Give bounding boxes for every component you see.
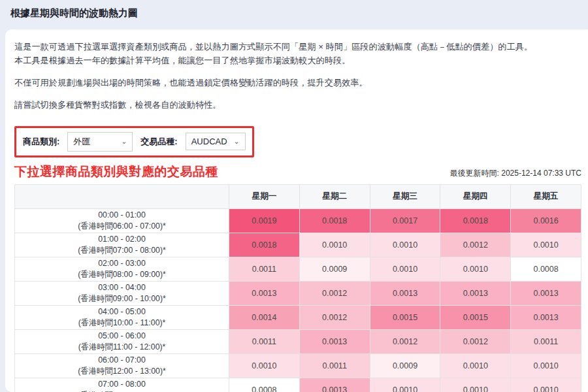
day-header: 星期三 xyxy=(370,184,440,208)
table-meta-row: 下拉選擇商品類別與對應的交易品種 最後更新時間: 2025-12-14 07:3… xyxy=(14,163,581,180)
heatmap-cell: 0.0019 xyxy=(229,208,300,233)
heatmap-cell: 0.0011 xyxy=(511,329,581,353)
time-cell: 05:00 - 06:00(香港時間11:00 - 12:00)* xyxy=(15,329,229,353)
heatmap-cell: 0.0010 xyxy=(229,353,300,378)
time-cell: 00:00 - 01:00(香港時間06:00 - 07:00)* xyxy=(15,208,229,233)
heatmap-cell: 0.0010 xyxy=(370,378,440,392)
heatmap-cell: 0.0008 xyxy=(511,257,581,281)
symbol-select[interactable]: AUDCAD ⌄ xyxy=(186,133,246,150)
heatmap-cell: 0.0015 xyxy=(440,305,511,329)
heatmap-cell: 0.0009 xyxy=(370,353,440,378)
time-cell: 02:00 - 03:00(香港時間08:00 - 09:00)* xyxy=(15,257,229,281)
page-title: 根據星期與時間的波動熱力圖 xyxy=(10,7,578,20)
heatmap-row: 05:00 - 06:00(香港時間11:00 - 12:00)*0.00110… xyxy=(15,329,581,353)
last-updated-timestamp: 最後更新時間: 2025-12-14 07:33 UTC xyxy=(450,168,581,180)
heatmap-cell: 0.0008 xyxy=(229,378,300,392)
description-block: 這是一款可透過下拉選單選擇資產類別或商品，並以熱力圖方式顯示不同「星期 × 時間… xyxy=(14,40,587,112)
description-line-1: 這是一款可透過下拉選單選擇資產類別或商品，並以熱力圖方式顯示不同「星期 × 時間… xyxy=(14,42,532,52)
heatmap-cell: 0.0013 xyxy=(511,305,581,329)
heatmap-cell: 0.0009 xyxy=(299,257,370,281)
heatmap-cell: 0.0011 xyxy=(229,257,300,281)
heatmap-cell: 0.0010 xyxy=(511,353,581,378)
volatility-heatmap: 星期一星期二星期三星期四星期五00:00 - 01:00(香港時間06:00 -… xyxy=(14,184,587,392)
heatmap-row: 04:00 - 05:00(香港時間10:00 - 11:00)*0.00140… xyxy=(15,305,581,329)
symbol-select-value: AUDCAD xyxy=(191,137,227,146)
heatmap-cell: 0.0014 xyxy=(229,305,300,329)
heatmap-row: 01:00 - 02:00(香港時間07:00 - 08:00)*0.00180… xyxy=(15,233,581,257)
heatmap-cell: 0.0010 xyxy=(370,233,440,257)
heatmap-cell: 0.0013 xyxy=(229,281,300,305)
heatmap-cell: 0.0018 xyxy=(440,208,511,233)
description-paragraph-3: 請嘗試切換多種貨幣對或指數，檢視各自的波動特性。 xyxy=(14,98,587,112)
heatmap-cell: 0.0013 xyxy=(440,281,511,305)
instrument-selector-group: 商品類別: 外匯 ⌄ 交易品種: AUDCAD ⌄ xyxy=(14,126,254,157)
heatmap-cell: 0.0017 xyxy=(370,208,440,233)
heatmap-cell: 0.0013 xyxy=(299,329,370,353)
heatmap-cell: 0.0011 xyxy=(299,353,370,378)
chevron-down-icon: ⌄ xyxy=(121,138,127,145)
heatmap-cell: 0.0010 xyxy=(440,353,511,378)
heatmap-cell: 0.0012 xyxy=(299,281,370,305)
day-header: 星期二 xyxy=(299,184,370,208)
heatmap-row: 00:00 - 01:00(香港時間06:00 - 07:00)*0.00190… xyxy=(15,208,581,233)
symbol-label: 交易品種: xyxy=(140,136,177,148)
heatmap-cell: 0.0012 xyxy=(299,305,370,329)
heatmap-cell: 0.0013 xyxy=(511,281,581,305)
heatmap-cell: 0.0015 xyxy=(370,305,440,329)
heatmap-cell: 0.0011 xyxy=(229,329,300,353)
day-header: 星期一 xyxy=(229,184,300,208)
heatmap-cell: 0.0012 xyxy=(440,233,511,257)
heatmap-row: 03:00 - 04:00(香港時間09:00 - 10:00)*0.00130… xyxy=(15,281,581,305)
time-cell: 03:00 - 04:00(香港時間09:00 - 10:00)* xyxy=(15,281,229,305)
day-header: 星期五 xyxy=(511,184,581,208)
heatmap-row: 02:00 - 03:00(香港時間08:00 - 09:00)*0.00110… xyxy=(15,257,581,281)
corner-header xyxy=(15,184,229,208)
time-cell: 01:00 - 02:00(香港時間07:00 - 08:00)* xyxy=(15,233,229,257)
heatmap-cell: 0.0010 xyxy=(511,378,581,392)
heatmap-cell: 0.0016 xyxy=(511,208,581,233)
heatmap-cell: 0.0010 xyxy=(299,233,370,257)
heatmap-cell: 0.0018 xyxy=(229,233,300,257)
page-header: 根據星期與時間的波動熱力圖 xyxy=(0,0,588,29)
heatmap-cell: 0.0018 xyxy=(299,208,370,233)
heatmap-cell: 0.0010 xyxy=(440,378,511,392)
time-cell: 06:00 - 07:00(香港時間12:00 - 13:00)* xyxy=(15,353,229,378)
description-line-2: 本工具是根據過去一年的數據計算平均值，能讓您一目了然地掌握市場波動較大的時段。 xyxy=(14,56,350,65)
description-paragraph-2: 不僅可用於規劃進場與出場的時間策略，也能透過鎖定價格變動活躍的時段，提升交易效率… xyxy=(14,76,587,90)
heatmap-cell: 0.0010 xyxy=(511,233,581,257)
time-cell: 04:00 - 05:00(香港時間10:00 - 11:00)* xyxy=(15,305,229,329)
category-select[interactable]: 外匯 ⌄ xyxy=(67,132,133,152)
heatmap-row: 06:00 - 07:00(香港時間12:00 - 13:00)*0.00100… xyxy=(15,353,581,378)
header-row: 星期一星期二星期三星期四星期五 xyxy=(15,184,581,208)
heatmap-cell: 0.0013 xyxy=(370,281,440,305)
content-card: 這是一款可透過下拉選單選擇資產類別或商品，並以熱力圖方式顯示不同「星期 × 時間… xyxy=(5,29,588,392)
heatmap-cell: 0.0013 xyxy=(299,378,370,392)
heatmap-cell: 0.0012 xyxy=(440,329,511,353)
volatility-heatmap-table: 星期一星期二星期三星期四星期五00:00 - 01:00(香港時間06:00 -… xyxy=(14,184,581,392)
heatmap-row: 07:00 - 08:00(香港時間13:00 - 14:00)*0.00080… xyxy=(15,378,581,392)
category-label: 商品類別: xyxy=(23,136,59,148)
heatmap-cell: 0.0010 xyxy=(370,257,440,281)
description-paragraph-1: 這是一款可透過下拉選單選擇資產類別或商品，並以熱力圖方式顯示不同「星期 × 時間… xyxy=(14,40,587,67)
heatmap-cell: 0.0010 xyxy=(440,257,511,281)
heatmap-cell: 0.0012 xyxy=(370,329,440,353)
day-header: 星期四 xyxy=(440,184,511,208)
category-select-value: 外匯 xyxy=(73,136,90,148)
time-cell: 07:00 - 08:00(香港時間13:00 - 14:00)* xyxy=(15,378,229,392)
chevron-down-icon: ⌄ xyxy=(234,138,240,145)
dropdown-hint-annotation: 下拉選擇商品類別與對應的交易品種 xyxy=(14,163,218,180)
